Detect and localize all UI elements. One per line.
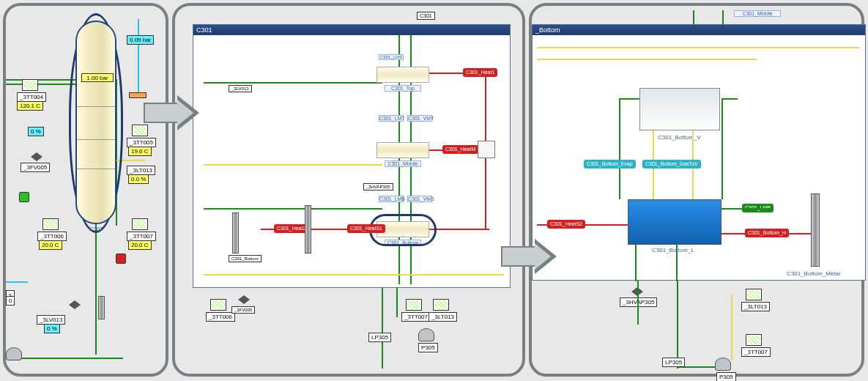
val-3tt006: 20.0 C <box>39 240 62 250</box>
lbl-vms: C301_VMS <box>407 196 432 202</box>
vbar-left-2 <box>305 205 311 254</box>
blk-gastov[interactable]: C301_Bottom_GasToV <box>642 160 701 169</box>
titlebar-c301: C301 <box>193 25 510 35</box>
lbl-lmt: C301_LMT <box>379 115 404 122</box>
canvas-c301: C301 C301_Top C301_Middle C301_Bottom C3… <box>193 24 511 288</box>
valve-3fv005[interactable] <box>31 152 42 161</box>
tag-3hvap305-inner[interactable]: _3HVAP305 <box>363 183 393 190</box>
blk-evap[interactable]: C301_Bottom_Evap <box>584 160 636 169</box>
val-3lt013: 0.0 % <box>128 174 149 184</box>
blk-heats2[interactable]: C301_HeatS2 <box>547 220 585 229</box>
column-label: C301 <box>75 226 116 232</box>
pump-p305-p2[interactable] <box>418 328 434 341</box>
tag-slabel-bottom: C301_Bottom <box>229 255 261 262</box>
val-3lv013: 0 % <box>44 324 60 333</box>
pump-p305-1[interactable] <box>6 347 22 360</box>
instr-3tt006-p2 <box>210 299 226 311</box>
chevron-2to3 <box>501 239 557 274</box>
cloud-label: C301_Bottom_V <box>656 133 703 141</box>
val-pct0: 0 % <box>28 127 44 136</box>
middle-chip[interactable]: C301_Middle <box>734 10 781 17</box>
lbl-lms: C301_LMS <box>379 54 404 60</box>
instr-3tt006 <box>42 218 59 230</box>
tag-p305-p2: P305 <box>418 343 438 352</box>
tag-zero: 0 <box>6 296 15 306</box>
val-3tt005: 19.6 C <box>128 147 152 156</box>
tag-3tt007-p3[interactable]: _3TT007 <box>741 347 771 357</box>
instr-3tt007-p3 <box>746 334 762 346</box>
instr-3tt007 <box>132 218 148 230</box>
stage: 1.00 bar C301 _3TT004 120.1 C 0 % _3FV00… <box>0 0 868 381</box>
panel-3[interactable]: C301_Middle _Bottom C301_Bottom_V C301_B… <box>529 3 864 377</box>
section-middle-label: C301_Middle <box>385 160 421 167</box>
tag-p305-p3: P305 <box>716 372 736 381</box>
val-3tt007: 20.0 C <box>128 240 152 250</box>
tag-3fv005-p2[interactable]: _3FV005 <box>231 306 255 314</box>
metal-bar <box>811 193 820 267</box>
column-pressure: 1.00 bar <box>81 73 114 82</box>
placeholder-image-box <box>478 141 495 158</box>
top-c301-chip: C301 <box>417 12 435 20</box>
tag-3lt013-p3[interactable]: _3LT013 <box>741 302 770 311</box>
tag-3lv013-p2[interactable]: _3LV013 <box>229 85 252 92</box>
lbl-lmb: C301_LMB <box>379 196 404 202</box>
lbl-vmt: C301_VMT <box>407 115 432 122</box>
column-c301[interactable]: 1.00 bar <box>75 21 116 224</box>
blk-heatS1[interactable]: C301_HeatS1 <box>347 224 385 233</box>
titlebar-bottom: _Bottom <box>533 25 865 35</box>
blk-heat1[interactable]: C301_Heat1 <box>463 68 497 77</box>
vbar-left-1 <box>232 212 239 254</box>
instr-3lt013-p3 <box>746 289 762 300</box>
blk-heat2[interactable]: C301_Heat2 <box>274 224 308 233</box>
valve-3lv013[interactable] <box>69 300 81 309</box>
pump-p305-p3[interactable] <box>715 358 731 371</box>
water-bottom-l[interactable] <box>628 199 722 245</box>
canvas-bottom: _Bottom C301_Bottom_V C301_Bottom_Evap C… <box>532 24 866 281</box>
panel-2[interactable]: C301 C301_Top C301_Middle C301_Bottom C3… <box>172 3 525 377</box>
val-3tt004: 120.1 C <box>17 101 43 111</box>
level-bar <box>98 296 105 319</box>
instr-3tt007-p2 <box>406 299 422 311</box>
tag-3fv005[interactable]: _3FV005 <box>21 163 50 172</box>
tag-3tt007-p2[interactable]: _3TT007 <box>401 312 431 322</box>
instr-3tt004 <box>22 79 38 91</box>
instr-3lt013-p2 <box>433 299 449 311</box>
panel-1[interactable]: 1.00 bar C301 _3TT004 120.1 C 0 % _3FV00… <box>3 3 168 377</box>
status-red-led <box>116 254 126 264</box>
section-top-block[interactable] <box>376 67 429 83</box>
section-top-label: C301_Top <box>385 85 421 92</box>
section-middle-block[interactable] <box>376 142 429 158</box>
val-topP: 0.09 bar <box>127 35 154 45</box>
water-label: C301_Bottom_L <box>650 246 697 254</box>
chevron-1to2 <box>144 95 199 130</box>
valve-3fv005-p2[interactable] <box>238 295 250 304</box>
tag-3lt013-p2[interactable]: _3LT013 <box>429 312 457 322</box>
tag-lp305-p3[interactable]: LP305 <box>662 358 685 367</box>
blk-bottom-h[interactable]: C301_Bottom_H <box>745 229 789 237</box>
status-green-led <box>19 192 29 202</box>
cloud-bottom-v[interactable] <box>639 88 720 130</box>
blk-heatM[interactable]: C301_HeatM <box>442 145 478 154</box>
metal-label: C301_Bottom_Metal <box>784 270 842 278</box>
tag-lp305-p2[interactable]: LP305 <box>368 333 391 342</box>
